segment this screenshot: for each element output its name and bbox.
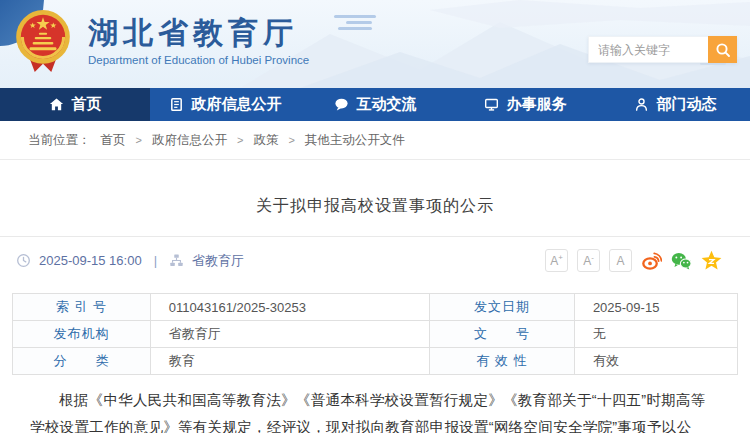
info-value-issuing-agency: 省教育厅 — [150, 321, 429, 348]
font-decrease-button[interactable]: A- — [577, 249, 600, 272]
magnifier-icon — [715, 42, 731, 58]
nav-label: 办事服务 — [507, 95, 567, 114]
site-title: 湖北省教育厅 — [88, 16, 309, 49]
site-subtitle: Department of Education of Hubei Provinc… — [88, 54, 309, 66]
cloud-decoration — [334, 15, 376, 33]
wechat-icon — [671, 251, 692, 271]
info-label-category: 分 类 — [13, 348, 151, 375]
monitor-icon — [484, 97, 499, 112]
site-header: 湖北省教育厅 Department of Education of Hubei … — [0, 0, 750, 88]
table-row: 分 类 教育 有 效 性 有效 — [13, 348, 738, 375]
main-nav: 首页 政府信息公开 互动交流 办事服务 — [0, 88, 750, 121]
document-icon — [169, 97, 184, 112]
nav-item-gov-info[interactable]: 政府信息公开 — [150, 88, 300, 121]
info-value-index-number: 011043161/2025-30253 — [150, 294, 429, 321]
table-row: 索 引 号 011043161/2025-30253 发文日期 2025-09-… — [13, 294, 738, 321]
nav-item-department-news[interactable]: 部门动态 — [600, 88, 750, 121]
nav-label: 互动交流 — [357, 95, 417, 114]
nav-label: 首页 — [72, 95, 102, 114]
nav-label: 政府信息公开 — [192, 95, 282, 114]
home-icon — [49, 97, 64, 112]
chat-bubble-icon — [334, 97, 349, 112]
breadcrumb-separator: > — [136, 134, 142, 146]
document-info-table: 索 引 号 011043161/2025-30253 发文日期 2025-09-… — [12, 293, 738, 375]
search-input[interactable] — [588, 36, 708, 63]
search-button[interactable] — [708, 36, 737, 63]
organization-icon — [169, 253, 184, 268]
share-weibo-button[interactable] — [641, 250, 662, 271]
font-reset-button[interactable]: A — [609, 249, 632, 272]
share-wechat-button[interactable] — [671, 250, 692, 271]
breadcrumb-prefix: 当前位置： — [28, 132, 91, 149]
info-label-index-number: 索 引 号 — [13, 294, 151, 321]
publish-time: 2025-09-15 16:00 — [39, 253, 142, 268]
info-label-issuing-agency: 发布机构 — [13, 321, 151, 348]
nav-item-home[interactable]: 首页 — [0, 88, 150, 121]
national-emblem-logo — [12, 8, 74, 74]
info-label-issue-date: 发文日期 — [429, 294, 574, 321]
info-label-validity: 有 效 性 — [429, 348, 574, 375]
info-value-issue-date: 2025-09-15 — [574, 294, 737, 321]
breadcrumb-separator: > — [237, 134, 243, 146]
weibo-icon — [641, 250, 662, 271]
qzone-star-icon — [701, 250, 722, 271]
info-value-category: 教育 — [150, 348, 429, 375]
article-title: 关于拟申报高校设置事项的公示 — [0, 196, 750, 217]
nav-item-services[interactable]: 办事服务 — [450, 88, 600, 121]
info-label-doc-number: 文 号 — [429, 321, 574, 348]
search-box — [588, 36, 737, 63]
article: 关于拟申报高校设置事项的公示 2025-09-15 16:00 | 省教育厅 — [0, 196, 750, 433]
table-row: 发布机构 省教育厅 文 号 无 — [13, 321, 738, 348]
article-source: 省教育厅 — [192, 252, 244, 270]
person-icon — [634, 97, 649, 112]
breadcrumb-separator: > — [288, 134, 294, 146]
site-brand: 湖北省教育厅 Department of Education of Hubei … — [12, 8, 309, 74]
share-qzone-button[interactable] — [701, 250, 722, 271]
nav-item-interaction[interactable]: 互动交流 — [300, 88, 450, 121]
page: 湖北省教育厅 Department of Education of Hubei … — [0, 0, 750, 433]
info-value-doc-number: 无 — [574, 321, 737, 348]
font-increase-button[interactable]: A+ — [545, 249, 568, 272]
breadcrumb-item-policy[interactable]: 政策 — [253, 132, 278, 149]
breadcrumb-item-home[interactable]: 首页 — [101, 132, 126, 149]
breadcrumb: 当前位置： 首页 > 政府信息公开 > 政策 > 其他主动公开文件 — [0, 121, 750, 160]
breadcrumb-item-gov-info[interactable]: 政府信息公开 — [152, 132, 227, 149]
meta-separator: | — [154, 253, 157, 268]
article-body-paragraph: 根据《中华人民共和国高等教育法》《普通本科学校设置暂行规定》《教育部关于“十四五… — [30, 387, 720, 433]
breadcrumb-item-other-docs[interactable]: 其他主动公开文件 — [305, 132, 405, 149]
clock-icon — [16, 253, 31, 268]
nav-label: 部门动态 — [657, 95, 717, 114]
article-meta-bar: 2025-09-15 16:00 | 省教育厅 A+ A- A — [0, 236, 750, 284]
info-value-validity: 有效 — [574, 348, 737, 375]
